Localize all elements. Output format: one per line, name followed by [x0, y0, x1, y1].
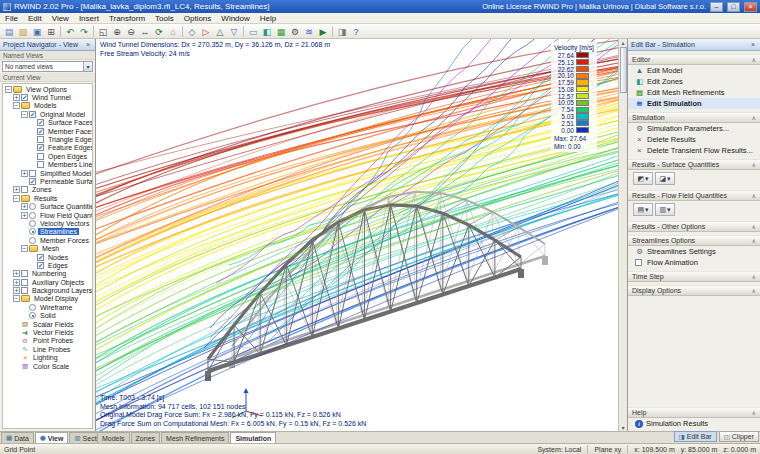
checkbox[interactable]: ✓ — [37, 119, 44, 126]
tree-item-members-lines[interactable]: Members Lines — [3, 161, 92, 169]
checkbox[interactable] — [37, 161, 44, 168]
tree-item-member-faces[interactable]: ✓Member Faces — [3, 127, 92, 135]
menu-options[interactable]: Options — [179, 13, 217, 23]
simulation-parameters-icon[interactable]: ⚙ — [288, 25, 302, 38]
tree-expander-icon[interactable]: − — [13, 102, 20, 109]
menu-window[interactable]: Window — [216, 13, 254, 23]
tree-item-zones[interactable]: +Zones — [3, 186, 92, 194]
redo-icon[interactable]: ↷ — [77, 25, 91, 38]
tree-item-wind-tunnel[interactable]: +✓Wind Tunnel — [3, 93, 92, 101]
view-in-x-icon[interactable]: ▷ — [199, 25, 213, 38]
open-file-icon[interactable]: ▨ — [16, 25, 30, 38]
tab-models[interactable]: Models — [97, 432, 130, 443]
menu-view[interactable]: View — [47, 13, 74, 23]
close-navigator-icon[interactable]: × — [84, 41, 92, 48]
tree-item-mesh[interactable]: −Mesh — [3, 244, 92, 252]
tree-expander-icon[interactable]: + — [13, 279, 20, 286]
radio-button[interactable] — [29, 220, 36, 227]
work-plane[interactable]: Plane xy — [594, 446, 621, 453]
tree-expander-icon[interactable]: + — [21, 203, 28, 210]
view-in-z-icon[interactable]: ▽ — [227, 25, 241, 38]
menu-help[interactable]: Help — [255, 13, 281, 23]
zones-icon[interactable]: ◧ — [260, 25, 274, 38]
checkbox[interactable]: ✓ — [37, 262, 44, 269]
menu-insert[interactable]: Insert — [74, 13, 104, 23]
tree-item-simplified-model[interactable]: +Simplified Model — [3, 169, 92, 177]
tree-expander-icon[interactable]: − — [21, 111, 28, 118]
checkbox[interactable] — [37, 136, 44, 143]
tree-item-permeable-surfaces[interactable]: ✓Permeable Surfaces — [3, 177, 92, 185]
tree-expander-icon[interactable]: + — [21, 170, 28, 177]
section-header-time-step[interactable]: Time Step∧ — [628, 271, 760, 282]
tree-item-view-options[interactable]: −View Options — [3, 85, 92, 93]
simulation-parameters-button[interactable]: ⚙Simulation Parameters... — [628, 123, 760, 134]
coordinate-system[interactable]: System: Local — [537, 446, 581, 453]
flow-field-vectors-button[interactable]: ▥▾ — [655, 203, 675, 216]
checkbox[interactable] — [21, 270, 28, 277]
delete-results-button[interactable]: ×Delete Results — [628, 134, 760, 145]
checkbox[interactable] — [635, 259, 642, 266]
collapse-icon[interactable]: ∧ — [752, 409, 756, 416]
section-header-display-options[interactable]: Display Options∧ — [628, 285, 760, 296]
wind-tunnel-icon[interactable]: ▭ — [246, 25, 260, 38]
tree-item-auxiliary-objects[interactable]: +Auxiliary Objects — [3, 278, 92, 286]
tree-item-member-forces[interactable]: Member Forces — [3, 236, 92, 244]
collapse-icon[interactable]: ∧ — [752, 273, 756, 280]
tree-expander-icon[interactable]: − — [13, 295, 20, 302]
tree-item-velocity-vectors[interactable]: Velocity Vectors — [3, 219, 92, 227]
viewport-scrollbar[interactable]: ▴ ▾ — [618, 39, 627, 431]
collapse-icon[interactable]: ∧ — [752, 192, 756, 199]
tree-item-point-probes[interactable]: ⊙Point Probes — [3, 337, 92, 345]
help-icon[interactable]: ? — [349, 25, 363, 38]
flow-field-slicer-button[interactable]: ▤▾ — [633, 203, 653, 216]
tab-view[interactable]: ◉View — [35, 432, 69, 443]
radio-button[interactable] — [29, 304, 36, 311]
tree-item-surface-faces[interactable]: ✓Surface Faces — [3, 119, 92, 127]
checkbox[interactable]: ✓ — [21, 94, 28, 101]
tree-item-numbering[interactable]: +Numbering — [3, 270, 92, 278]
section-header-results-flow-field-quantities[interactable]: Results - Flow Field Quantities∧ — [628, 190, 760, 201]
section-header-results-other-options[interactable]: Results - Other Options∧ — [628, 221, 760, 232]
tree-expander-icon[interactable]: + — [13, 186, 20, 193]
tree-item-vector-fields[interactable]: ⇉Vector Fields — [3, 328, 92, 336]
checkbox[interactable] — [29, 170, 36, 177]
tree-expander-icon[interactable]: + — [13, 270, 20, 277]
checkbox[interactable]: ✓ — [29, 111, 36, 118]
flow-animation-icon[interactable]: ▶ — [316, 25, 330, 38]
mesh-refinements-icon[interactable]: ▦ — [274, 25, 288, 38]
tree-item-lighting[interactable]: ☀Lighting — [3, 354, 92, 362]
menu-file[interactable]: File — [0, 13, 23, 23]
radio-button[interactable] — [29, 312, 36, 319]
print-icon[interactable]: ⊞ — [44, 25, 58, 38]
isometric-view-icon[interactable]: ◇ — [185, 25, 199, 38]
surface-velocity-quantity-button[interactable]: ◪▾ — [655, 172, 675, 185]
collapse-icon[interactable]: ∧ — [752, 237, 756, 244]
tree-item-surface-quantities[interactable]: +Surface Quantities — [3, 202, 92, 210]
checkbox[interactable]: ✓ — [29, 178, 36, 185]
zoom-out-icon[interactable]: ⊖ — [124, 25, 138, 38]
flow-animation-button[interactable]: Flow Animation — [628, 257, 760, 268]
radio-button[interactable] — [29, 237, 36, 244]
new-file-icon[interactable]: ▤ — [2, 25, 16, 38]
close-edit-bar-icon[interactable]: × — [749, 41, 757, 48]
tree-item-color-scale[interactable]: ▥Color Scale — [3, 362, 92, 370]
tree-item-nodes[interactable]: ✓Nodes — [3, 253, 92, 261]
tab-mesh-refinements[interactable]: Mesh Refinements — [161, 432, 229, 443]
scrollbar-thumb[interactable] — [620, 47, 627, 93]
checkbox[interactable]: ✓ — [37, 254, 44, 261]
view-in-y-icon[interactable]: △ — [213, 25, 227, 38]
chevron-down-icon[interactable]: ▾ — [83, 62, 92, 71]
tab-clipper[interactable]: ◫Clipper — [719, 431, 759, 442]
edit-zones-button[interactable]: ◧Edit Zones — [628, 76, 760, 87]
tree-item-results[interactable]: −Results — [3, 194, 92, 202]
checkbox[interactable]: ✓ — [37, 128, 44, 135]
tree-expander-icon[interactable]: − — [21, 245, 28, 252]
close-button[interactable]: × — [744, 2, 757, 12]
tree-expander-icon[interactable]: + — [21, 212, 28, 219]
tree-item-original-model[interactable]: −✓Original Model — [3, 110, 92, 118]
tree-item-edges[interactable]: ✓Edges — [3, 261, 92, 269]
scroll-down-icon[interactable]: ▾ — [621, 424, 624, 431]
collapse-icon[interactable]: ∧ — [752, 114, 756, 121]
radio-button[interactable] — [29, 228, 36, 235]
pan-icon[interactable]: ↔ — [138, 25, 152, 38]
